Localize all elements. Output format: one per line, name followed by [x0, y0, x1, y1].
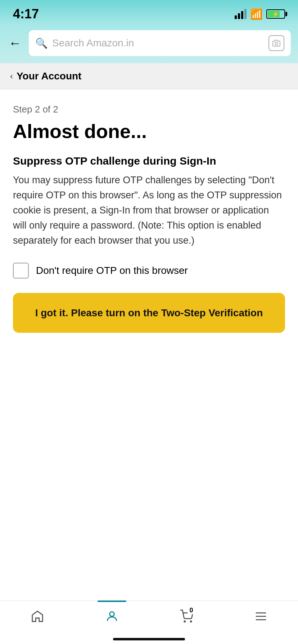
- breadcrumb-label: Your Account: [17, 70, 81, 82]
- section-description: You may suppress future OTP challenges b…: [13, 173, 285, 248]
- svg-point-0: [275, 42, 277, 45]
- search-icon: 🔍: [35, 37, 48, 49]
- breadcrumb[interactable]: ‹ Your Account: [0, 63, 298, 89]
- search-header: ← 🔍 Search Amazon.in: [0, 25, 298, 63]
- nav-menu[interactable]: [247, 607, 275, 629]
- menu-icon: [254, 610, 268, 626]
- svg-point-1: [109, 612, 114, 616]
- search-input[interactable]: Search Amazon.in: [52, 37, 264, 49]
- nav-home[interactable]: [23, 607, 51, 629]
- main-content: Step 2 of 2 Almost done... Suppress OTP …: [0, 89, 298, 601]
- svg-point-3: [190, 621, 191, 622]
- battery-icon: ⚡: [266, 9, 285, 19]
- signal-icon: [235, 9, 247, 19]
- breadcrumb-chevron-icon: ‹: [10, 71, 13, 81]
- svg-point-2: [184, 621, 185, 622]
- search-bar[interactable]: 🔍 Search Amazon.in: [29, 30, 291, 56]
- status-time: 4:17: [13, 6, 39, 22]
- page-title: Almost done...: [13, 121, 285, 142]
- status-icons: 📶 ⚡: [235, 8, 285, 20]
- cart-wrapper: 0: [180, 610, 193, 626]
- active-tab-indicator: [98, 601, 126, 602]
- otp-checkbox[interactable]: [13, 263, 29, 279]
- nav-account[interactable]: [98, 607, 126, 629]
- confirm-button[interactable]: I got it. Please turn on the Two-Step Ve…: [13, 293, 285, 333]
- step-label: Step 2 of 2: [13, 104, 285, 115]
- nav-cart[interactable]: 0: [172, 607, 200, 629]
- bottom-nav-container: 0: [0, 601, 298, 633]
- wifi-icon: 📶: [250, 8, 263, 20]
- status-bar: 4:17 📶 ⚡: [0, 0, 298, 25]
- account-icon: [105, 610, 119, 626]
- otp-checkbox-row[interactable]: Don't require OTP on this browser: [13, 263, 285, 279]
- home-indicator: [0, 633, 298, 644]
- home-bar: [113, 638, 185, 640]
- section-title: Suppress OTP challenge during Sign-In: [13, 155, 285, 167]
- back-button[interactable]: ←: [7, 34, 23, 52]
- cart-badge: 0: [188, 607, 195, 614]
- home-icon: [31, 610, 44, 626]
- otp-checkbox-label: Don't require OTP on this browser: [36, 265, 188, 276]
- camera-icon[interactable]: [268, 35, 284, 51]
- bottom-nav: 0: [0, 601, 298, 633]
